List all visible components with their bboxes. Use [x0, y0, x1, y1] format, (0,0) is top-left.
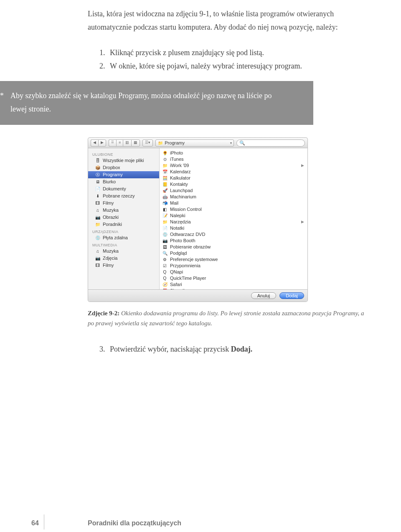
- file-item-icon: 📝: [162, 213, 168, 218]
- view-icon-grid[interactable]: ⠿: [109, 139, 116, 147]
- step-text: W oknie, które się pojawi, należy wybrać…: [110, 62, 302, 70]
- sidebar-item-label: Muzyka: [103, 207, 119, 213]
- forward-button[interactable]: ▶: [98, 139, 106, 147]
- sidebar-item[interactable]: ♫Muzyka: [88, 248, 159, 255]
- file-item-icon: ☑: [162, 263, 168, 269]
- sidebar-item-label: Dropbox: [103, 165, 120, 171]
- file-item-icon: 📕: [162, 288, 168, 289]
- figure-caption: Zdjęcie 9-2: Okienko dodawania programu …: [88, 308, 368, 328]
- file-item-label: iTunes: [170, 156, 184, 162]
- sidebar-item-icon: 💿: [95, 235, 100, 241]
- file-item[interactable]: 🧭Safari: [160, 281, 307, 288]
- nav-back-forward[interactable]: ◀ ▶: [91, 139, 106, 147]
- sidebar-item[interactable]: 📄Dokumenty: [88, 185, 159, 193]
- view-columns-icon[interactable]: ▥: [123, 139, 131, 147]
- file-item[interactable]: 📝Nalepki: [160, 213, 307, 219]
- file-item[interactable]: 🤖Machinarium: [160, 194, 307, 200]
- view-coverflow-icon[interactable]: ▦: [131, 139, 140, 147]
- file-item[interactable]: 📷Photo Booth: [160, 238, 307, 244]
- file-item-icon: 🤖: [162, 194, 168, 200]
- sidebar-item-icon: 📄: [95, 186, 100, 192]
- sidebar-item[interactable]: ♫Muzyka: [88, 207, 159, 214]
- add-button[interactable]: Dodaj: [279, 292, 304, 299]
- file-item[interactable]: 🖼Pobieranie obrazów: [160, 244, 307, 250]
- file-item-label: Narzędzia: [170, 219, 191, 225]
- file-item[interactable]: 📅Kalendarz: [160, 169, 307, 175]
- file-item[interactable]: ⊙iTunes: [160, 156, 307, 162]
- sidebar-item-label: Muzyka: [103, 248, 119, 254]
- sidebar-item[interactable]: ⬇Pobrane rzeczy: [88, 193, 159, 200]
- caption-text: Okienko dodawania programu do listy. Po …: [88, 310, 364, 327]
- sidebar-item[interactable]: 📷Obrazki: [88, 214, 159, 221]
- cancel-button[interactable]: Anuluj: [251, 292, 277, 299]
- sidebar-item-icon: 🎞: [95, 200, 100, 206]
- sidebar-item-icon: 🖥: [95, 179, 100, 185]
- search-input[interactable]: 🔍: [236, 139, 305, 147]
- file-item-icon: ⚙: [162, 257, 168, 262]
- file-item[interactable]: 📬Mail: [160, 200, 307, 206]
- file-item-icon: 💿: [162, 232, 168, 237]
- sidebar-section-header: URZĄDZENIA: [88, 228, 159, 234]
- sidebar-section-header: ULUBIONE: [88, 151, 159, 157]
- step-text: Potwierdzić wybór, naciskając przycisk D…: [110, 345, 252, 353]
- file-item-label: QNapi: [170, 269, 183, 275]
- sidebar-item-icon: 📷: [95, 215, 100, 220]
- sidebar-item[interactable]: 📁Poradniki: [88, 221, 159, 228]
- caption-label: Zdjęcie 9-2:: [88, 310, 119, 317]
- sidebar-item-label: Programy: [103, 172, 123, 178]
- arrange-group[interactable]: ☰▾: [142, 139, 153, 147]
- arrange-button[interactable]: ☰▾: [142, 139, 153, 147]
- file-item-icon: 📒: [162, 182, 168, 187]
- file-item[interactable]: 📁iWork '09▶: [160, 162, 307, 169]
- chevron-right-icon: ▶: [301, 162, 304, 169]
- sidebar-item[interactable]: 🖥Biurko: [88, 178, 159, 185]
- sidebar-item-icon: ♫: [95, 208, 100, 213]
- sidebar-item-icon: 🗄: [95, 158, 100, 163]
- sidebar-item-label: Filmy: [103, 200, 114, 206]
- file-item-label: Odtwarzacz DVD: [170, 231, 205, 238]
- file-item[interactable]: 🔍Podgląd: [160, 250, 307, 256]
- file-item-icon: ◧: [162, 207, 168, 212]
- step-number: 3.: [99, 343, 110, 356]
- file-item-label: Preferencje systemowe: [170, 256, 218, 263]
- sidebar-item[interactable]: 💿Płyta zdalna: [88, 234, 159, 241]
- file-item-label: Słownik: [170, 288, 186, 289]
- file-item[interactable]: 📒Kontakty: [160, 181, 307, 187]
- file-item-label: Photo Booth: [170, 238, 195, 244]
- sidebar-item-label: Płyta zdalna: [103, 235, 128, 241]
- file-item[interactable]: 📄Notatki: [160, 225, 307, 231]
- file-item[interactable]: 🚀Launchpad: [160, 187, 307, 194]
- sidebar-item[interactable]: 🗄Wszystkie moje pliki: [88, 157, 159, 164]
- view-mode-group[interactable]: ⠿ ≡ ▥ ▦: [109, 139, 140, 147]
- step-number: 2.: [99, 60, 110, 73]
- file-item-label: Pobieranie obrazów: [170, 244, 211, 250]
- view-list-icon[interactable]: ≡: [116, 139, 123, 147]
- file-item[interactable]: ⚙Preferencje systemowe: [160, 256, 307, 263]
- sidebar-item[interactable]: 📦Dropbox: [88, 164, 159, 171]
- sidebar-item[interactable]: ⒶProgramy: [88, 171, 159, 178]
- file-item[interactable]: 💿Odtwarzacz DVD: [160, 231, 307, 238]
- file-item[interactable]: 🌻iPhoto: [160, 150, 307, 156]
- file-item[interactable]: QQuickTime Player: [160, 275, 307, 281]
- sidebar-item-icon: 📁: [95, 222, 100, 227]
- sidebar-item[interactable]: 📷Zdjęcia: [88, 255, 159, 262]
- back-button[interactable]: ◀: [91, 139, 98, 147]
- sidebar-item[interactable]: 🎞Filmy: [88, 262, 159, 269]
- file-item-icon: 📁: [162, 219, 168, 225]
- file-item-icon: Q: [162, 269, 168, 275]
- chevron-updown-icon: ▾: [230, 141, 232, 145]
- book-title: Poradniki dla początkujących: [88, 519, 181, 527]
- file-item[interactable]: 📕Słownik: [160, 288, 307, 289]
- file-item[interactable]: QQNapi: [160, 269, 307, 275]
- sidebar-item-icon: 📷: [95, 256, 100, 261]
- file-item[interactable]: ◧Mission Control: [160, 206, 307, 213]
- sidebar-item[interactable]: 🎞Filmy: [88, 200, 159, 207]
- sidebar-item-label: Zdjęcia: [103, 255, 117, 261]
- file-item[interactable]: ☑Przypomnienia: [160, 263, 307, 269]
- path-dropdown[interactable]: 📁 Programy ▾: [155, 139, 234, 147]
- file-item[interactable]: 🧮Kalkulator: [160, 175, 307, 181]
- file-item-icon: 🧮: [162, 175, 168, 181]
- file-item[interactable]: 📁Narzędzia▶: [160, 219, 307, 225]
- step-text: Kliknąć przycisk z plusem znajdujący się…: [110, 48, 264, 57]
- file-item-icon: 📬: [162, 200, 168, 206]
